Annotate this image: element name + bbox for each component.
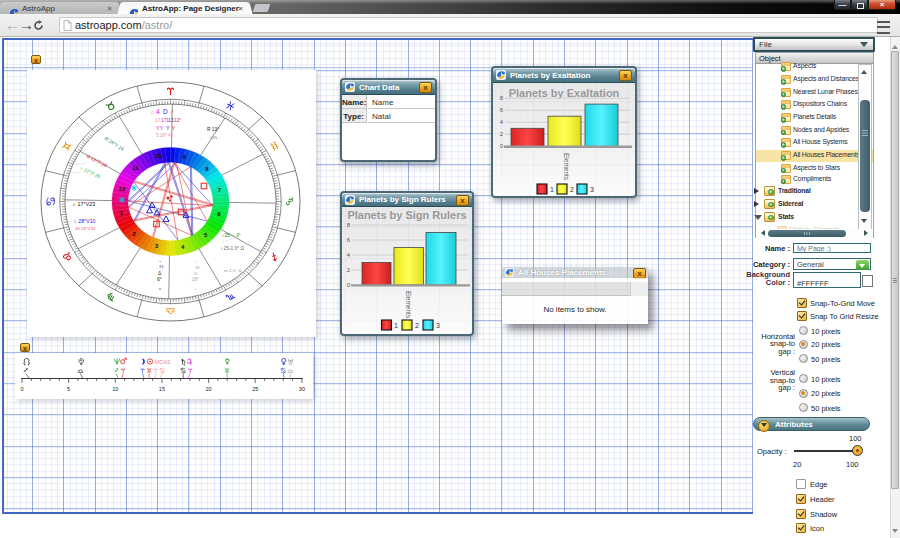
svg-text:Ω: Ω bbox=[194, 271, 198, 276]
svg-text:♀ 28°V10: ♀ 28°V10 bbox=[73, 218, 96, 224]
svg-text:5:28° 43: 5:28° 43 bbox=[156, 133, 174, 138]
svg-text:10: 10 bbox=[155, 153, 162, 159]
svg-text:Θ 28°Υ 24: Θ 28°Υ 24 bbox=[103, 136, 125, 152]
svg-text:5: 5 bbox=[67, 386, 70, 392]
svg-text:2: 2 bbox=[500, 131, 504, 137]
svg-text:c: c bbox=[151, 109, 154, 115]
svg-text:30: 30 bbox=[299, 386, 305, 392]
svg-text:3: 3 bbox=[436, 322, 440, 329]
svg-text:♇: ♇ bbox=[194, 286, 198, 292]
svg-text:1: 1 bbox=[550, 186, 554, 193]
svg-text:15: 15 bbox=[159, 386, 165, 392]
svg-text:3: 3 bbox=[590, 186, 594, 193]
svg-text:♄: ♄ bbox=[194, 259, 197, 264]
svg-text:♀ 22°Π 20: ♀ 22°Π 20 bbox=[79, 165, 102, 179]
svg-text:20: 20 bbox=[206, 386, 212, 392]
svg-text:0: 0 bbox=[347, 282, 351, 288]
svg-text:Elements: Elements bbox=[405, 291, 412, 319]
svg-text:♄25-1 0° Ω: ♄25-1 0° Ω bbox=[220, 246, 244, 251]
svg-text:10: 10 bbox=[112, 386, 118, 392]
svg-text:2: 2 bbox=[347, 267, 351, 273]
svg-text:MCAS: MCAS bbox=[155, 359, 171, 365]
svg-text:m-1 0° Ω: m-1 0° Ω bbox=[224, 268, 242, 273]
svg-text:4: 4 bbox=[500, 119, 504, 125]
svg-text:♆: ♆ bbox=[158, 286, 162, 292]
svg-text:12°: 12° bbox=[174, 118, 181, 123]
svg-text:4: 4 bbox=[156, 108, 160, 115]
svg-text:R 13°: R 13° bbox=[207, 127, 219, 132]
svg-text:1: 1 bbox=[394, 322, 398, 329]
svg-text:Planets by Exaltation: Planets by Exaltation bbox=[509, 87, 620, 99]
svg-text:25: 25 bbox=[252, 386, 258, 392]
svg-text:2: 2 bbox=[570, 186, 574, 193]
svg-text:8: 8 bbox=[347, 222, 351, 228]
svg-text:11: 11 bbox=[132, 165, 139, 171]
svg-text:6°: 6° bbox=[157, 276, 162, 282]
svg-text:ΥΥ: ΥΥ bbox=[156, 125, 164, 131]
svg-text:6: 6 bbox=[347, 237, 351, 243]
svg-text:♅25: ♅25 bbox=[209, 135, 218, 140]
svg-text:28°: 28° bbox=[192, 277, 199, 282]
svg-text:♄ 17°V23: ♄ 17°V23 bbox=[72, 201, 95, 207]
svg-text:6: 6 bbox=[500, 107, 504, 113]
svg-text:Δ: Δ bbox=[158, 270, 162, 276]
svg-text:Elements: Elements bbox=[563, 153, 570, 181]
svg-text:Υ: Υ bbox=[172, 125, 176, 131]
svg-text:8: 8 bbox=[500, 95, 504, 101]
svg-text:♀25 ♃ 0°: ♀25 ♃ 0° bbox=[221, 233, 241, 238]
svg-text:13: 13 bbox=[168, 118, 174, 123]
svg-text:Θ 13°Π 24: Θ 13°Π 24 bbox=[86, 153, 108, 168]
svg-text:♂: ♂ bbox=[170, 108, 175, 115]
svg-text:D: D bbox=[163, 108, 168, 115]
svg-text:31:: 31: bbox=[159, 264, 165, 269]
svg-text:Planets by Sign Rulers: Planets by Sign Rulers bbox=[347, 209, 466, 221]
svg-text:12: 12 bbox=[119, 186, 126, 192]
svg-text:17: 17 bbox=[155, 118, 161, 123]
svg-text:4: 4 bbox=[347, 252, 351, 258]
svg-text:0: 0 bbox=[20, 386, 23, 392]
svg-text:46 28°V34: 46 28°V34 bbox=[75, 226, 96, 231]
svg-text:2: 2 bbox=[415, 322, 419, 329]
svg-text:0: 0 bbox=[500, 143, 504, 149]
svg-text:48: 48 bbox=[195, 265, 200, 270]
svg-text:Υ: Υ bbox=[166, 125, 170, 131]
